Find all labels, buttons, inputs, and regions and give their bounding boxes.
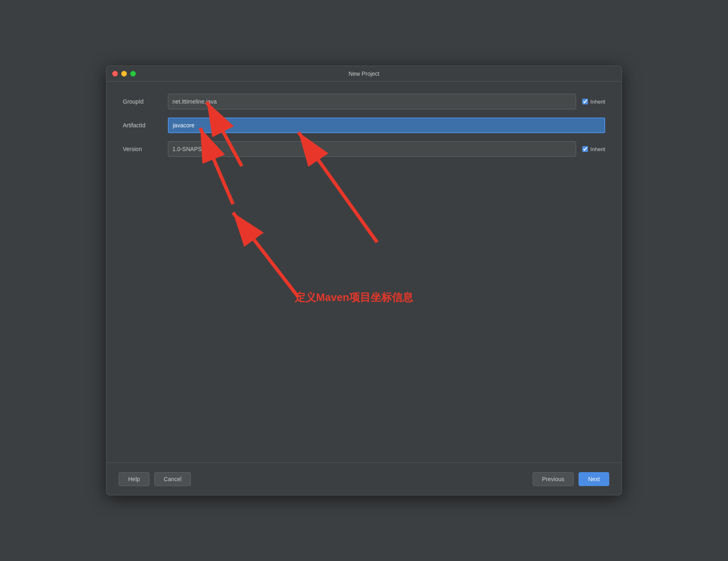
version-inherit-label: Inherit	[590, 146, 605, 152]
version-row: Version Inherit	[123, 141, 605, 157]
version-label: Version	[123, 146, 168, 152]
version-inherit-container: Inherit	[582, 146, 605, 152]
maximize-button[interactable]	[130, 71, 136, 77]
artifactid-row: ArtifactId	[123, 118, 605, 133]
window-title: New Project	[348, 70, 379, 77]
annotation-text: 定义Maven项目坐标信息	[295, 290, 413, 305]
svg-line-2	[200, 128, 233, 204]
groupid-input[interactable]	[168, 94, 576, 109]
cancel-button[interactable]: Cancel	[154, 472, 191, 486]
groupid-row: GroupId Inherit	[123, 94, 605, 109]
version-inherit-checkbox[interactable]	[582, 146, 588, 152]
close-button[interactable]	[112, 71, 118, 77]
next-button[interactable]: Next	[579, 472, 609, 486]
footer-right-buttons: Previous Next	[533, 472, 609, 486]
dialog-content: GroupId Inherit ArtifactId Version Inher…	[106, 81, 622, 462]
title-bar: New Project	[106, 66, 622, 81]
artifactid-label: ArtifactId	[123, 122, 168, 129]
groupid-inherit-label: Inherit	[590, 99, 605, 105]
groupid-inherit-checkbox[interactable]	[582, 99, 588, 104]
new-project-dialog: New Project GroupId Inherit ArtifactId V…	[106, 66, 622, 495]
footer-left-buttons: Help Cancel	[119, 472, 191, 486]
help-button[interactable]: Help	[119, 472, 149, 486]
previous-button[interactable]: Previous	[533, 472, 574, 486]
svg-line-3	[233, 213, 298, 297]
groupid-label: GroupId	[123, 98, 168, 105]
minimize-button[interactable]	[121, 71, 127, 77]
version-input[interactable]	[168, 141, 576, 157]
groupid-inherit-container: Inherit	[582, 99, 605, 105]
traffic-lights	[112, 71, 136, 77]
artifactid-input[interactable]	[168, 118, 605, 133]
dialog-footer: Help Cancel Previous Next	[106, 462, 622, 495]
arrow-annotations	[106, 81, 622, 462]
